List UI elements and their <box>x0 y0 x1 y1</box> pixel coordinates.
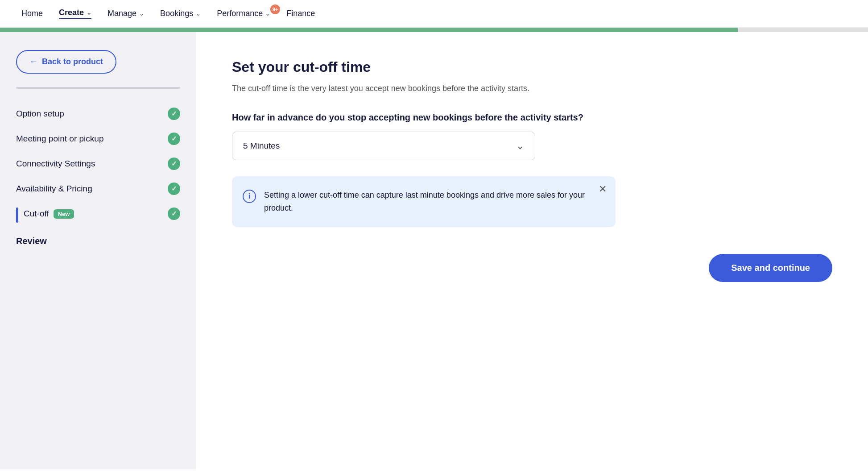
progress-bar-fill <box>0 28 738 32</box>
back-arrow-icon: ← <box>29 57 37 66</box>
nav-performance[interactable]: Performance ⌄ 9+ <box>217 9 270 18</box>
sidebar-item-availability[interactable]: Availability & Pricing <box>16 176 180 201</box>
new-badge: New <box>54 209 74 219</box>
page-description: The cut-off time is the very latest you … <box>232 83 544 95</box>
sidebar-divider <box>16 87 180 89</box>
cutoff-time-value: 5 Minutes <box>243 141 280 151</box>
main-layout: ← Back to product Option setup Meeting p… <box>0 32 868 469</box>
bookings-chevron-icon: ⌄ <box>196 10 201 17</box>
sidebar-item-review[interactable]: Review <box>16 229 180 253</box>
meeting-point-check-icon <box>168 133 180 145</box>
main-content: Set your cut-off time The cut-off time i… <box>196 32 868 469</box>
nav-manage[interactable]: Manage ⌄ <box>107 9 144 18</box>
dropdown-chevron-icon: ⌄ <box>516 140 524 152</box>
connectivity-check-icon <box>168 158 180 170</box>
info-icon: i <box>243 190 256 203</box>
cutoff-check-icon <box>168 207 180 220</box>
active-indicator-bar <box>16 207 18 223</box>
nav-bookings[interactable]: Bookings ⌄ <box>160 9 201 18</box>
progress-container <box>0 28 868 32</box>
sidebar: ← Back to product Option setup Meeting p… <box>0 32 196 469</box>
nav-create[interactable]: Create ⌄ <box>59 8 91 19</box>
availability-check-icon <box>168 183 180 195</box>
content-footer: Save and continue <box>232 254 832 282</box>
option-setup-check-icon <box>168 108 180 120</box>
question-label: How far in advance do you stop accepting… <box>232 112 832 123</box>
cutoff-time-dropdown[interactable]: 5 Minutes ⌄ <box>232 132 535 160</box>
nav-home[interactable]: Home <box>21 9 43 18</box>
create-chevron-icon: ⌄ <box>87 9 91 16</box>
info-message: Setting a lower cut-off time can capture… <box>264 189 603 215</box>
info-close-button[interactable]: ✕ <box>599 183 607 195</box>
page-title: Set your cut-off time <box>232 59 832 75</box>
performance-chevron-icon: ⌄ <box>265 10 270 17</box>
save-and-continue-button[interactable]: Save and continue <box>709 254 832 282</box>
sidebar-item-meeting-point[interactable]: Meeting point or pickup <box>16 126 180 151</box>
info-box: i Setting a lower cut-off time can captu… <box>232 176 616 227</box>
back-to-product-button[interactable]: ← Back to product <box>16 50 116 74</box>
manage-chevron-icon: ⌄ <box>139 10 144 17</box>
navigation: Home Create ⌄ Manage ⌄ Bookings ⌄ Perfor… <box>0 0 868 28</box>
sidebar-item-option-setup[interactable]: Option setup <box>16 101 180 126</box>
sidebar-item-connectivity[interactable]: Connectivity Settings <box>16 151 180 176</box>
nav-finance[interactable]: Finance <box>286 9 315 18</box>
progress-bar-track <box>0 28 868 32</box>
performance-badge: 9+ <box>270 4 280 14</box>
sidebar-item-cutoff[interactable]: Cut-off New <box>16 201 180 229</box>
